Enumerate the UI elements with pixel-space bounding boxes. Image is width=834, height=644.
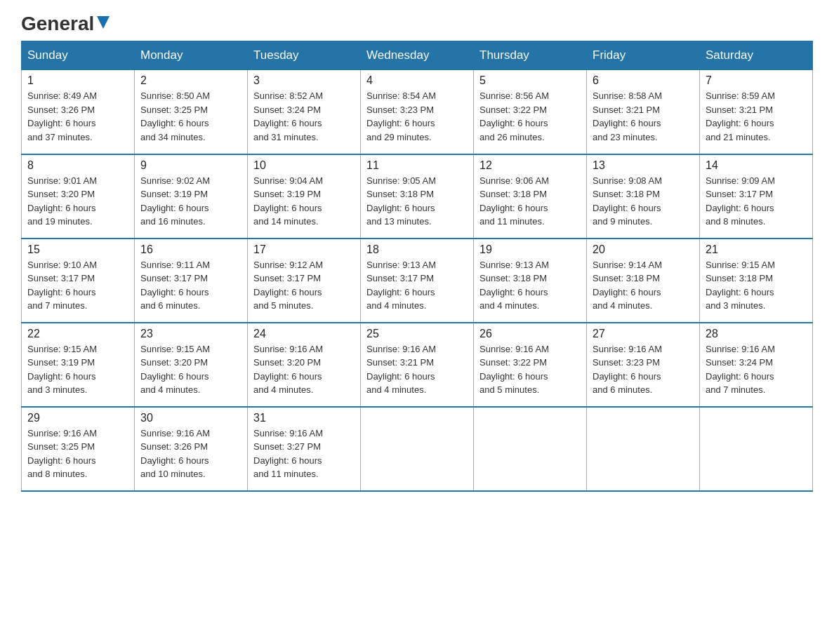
calendar-cell: 28Sunrise: 9:16 AM Sunset: 3:24 PM Dayli… [700, 323, 813, 407]
day-number: 23 [140, 328, 241, 340]
day-number: 29 [27, 412, 128, 424]
calendar-cell: 6Sunrise: 8:58 AM Sunset: 3:21 PM Daylig… [587, 70, 700, 154]
day-number: 9 [140, 159, 241, 172]
day-number: 11 [366, 159, 468, 172]
day-number: 30 [140, 412, 241, 424]
day-number: 31 [253, 412, 355, 424]
calendar-table: SundayMondayTuesdayWednesdayThursdayFrid… [21, 41, 813, 492]
day-info: Sunrise: 9:11 AM Sunset: 3:17 PM Dayligh… [140, 258, 241, 313]
calendar-cell: 17Sunrise: 9:12 AM Sunset: 3:17 PM Dayli… [248, 239, 361, 323]
calendar-cell: 10Sunrise: 9:04 AM Sunset: 3:19 PM Dayli… [248, 154, 361, 239]
day-info: Sunrise: 9:15 AM Sunset: 3:20 PM Dayligh… [140, 342, 241, 397]
day-number: 4 [366, 74, 468, 87]
day-number: 5 [479, 74, 581, 87]
day-header-thursday: Thursday [474, 41, 587, 70]
day-info: Sunrise: 9:16 AM Sunset: 3:25 PM Dayligh… [27, 427, 128, 481]
calendar-week-2: 8Sunrise: 9:01 AM Sunset: 3:20 PM Daylig… [22, 154, 813, 239]
day-header-sunday: Sunday [22, 41, 135, 70]
day-number: 19 [479, 243, 581, 256]
calendar-cell [587, 407, 700, 491]
calendar-cell [700, 407, 813, 491]
calendar-cell: 29Sunrise: 9:16 AM Sunset: 3:25 PM Dayli… [22, 407, 135, 491]
calendar-cell: 24Sunrise: 9:16 AM Sunset: 3:20 PM Dayli… [248, 323, 361, 407]
day-info: Sunrise: 8:56 AM Sunset: 3:22 PM Dayligh… [479, 89, 581, 144]
day-number: 27 [593, 328, 694, 340]
day-info: Sunrise: 9:04 AM Sunset: 3:19 PM Dayligh… [253, 174, 355, 229]
calendar-cell: 26Sunrise: 9:16 AM Sunset: 3:22 PM Dayli… [474, 323, 587, 407]
day-info: Sunrise: 8:49 AM Sunset: 3:26 PM Dayligh… [27, 89, 128, 144]
calendar-cell [361, 407, 474, 491]
day-info: Sunrise: 8:59 AM Sunset: 3:21 PM Dayligh… [706, 89, 807, 144]
calendar-cell: 31Sunrise: 9:16 AM Sunset: 3:27 PM Dayli… [248, 407, 361, 491]
day-info: Sunrise: 9:16 AM Sunset: 3:20 PM Dayligh… [253, 342, 355, 397]
day-info: Sunrise: 9:16 AM Sunset: 3:23 PM Dayligh… [593, 342, 694, 397]
calendar-cell: 12Sunrise: 9:06 AM Sunset: 3:18 PM Dayli… [474, 154, 587, 239]
day-info: Sunrise: 9:16 AM Sunset: 3:24 PM Dayligh… [706, 342, 807, 397]
svg-marker-0 [97, 16, 110, 29]
day-info: Sunrise: 9:16 AM Sunset: 3:21 PM Dayligh… [366, 342, 468, 397]
day-info: Sunrise: 9:15 AM Sunset: 3:19 PM Dayligh… [27, 342, 128, 397]
calendar-header: SundayMondayTuesdayWednesdayThursdayFrid… [22, 41, 813, 70]
calendar-cell: 5Sunrise: 8:56 AM Sunset: 3:22 PM Daylig… [474, 70, 587, 154]
day-info: Sunrise: 9:14 AM Sunset: 3:18 PM Dayligh… [593, 258, 694, 313]
calendar-cell: 18Sunrise: 9:13 AM Sunset: 3:17 PM Dayli… [361, 239, 474, 323]
calendar-body: 1Sunrise: 8:49 AM Sunset: 3:26 PM Daylig… [22, 70, 813, 491]
day-number: 6 [593, 74, 694, 87]
calendar-week-3: 15Sunrise: 9:10 AM Sunset: 3:17 PM Dayli… [22, 239, 813, 323]
day-number: 26 [479, 328, 581, 340]
calendar-cell: 1Sunrise: 8:49 AM Sunset: 3:26 PM Daylig… [22, 70, 135, 154]
calendar-cell: 7Sunrise: 8:59 AM Sunset: 3:21 PM Daylig… [700, 70, 813, 154]
day-number: 1 [27, 74, 128, 87]
day-info: Sunrise: 9:02 AM Sunset: 3:19 PM Dayligh… [140, 174, 241, 229]
day-header-row: SundayMondayTuesdayWednesdayThursdayFrid… [22, 41, 813, 70]
calendar-cell: 22Sunrise: 9:15 AM Sunset: 3:19 PM Dayli… [22, 323, 135, 407]
day-info: Sunrise: 8:54 AM Sunset: 3:23 PM Dayligh… [366, 89, 468, 144]
day-number: 20 [593, 243, 694, 256]
calendar-cell: 27Sunrise: 9:16 AM Sunset: 3:23 PM Dayli… [587, 323, 700, 407]
day-info: Sunrise: 9:16 AM Sunset: 3:22 PM Dayligh… [479, 342, 581, 397]
calendar-cell: 9Sunrise: 9:02 AM Sunset: 3:19 PM Daylig… [135, 154, 248, 239]
calendar-cell: 14Sunrise: 9:09 AM Sunset: 3:17 PM Dayli… [700, 154, 813, 239]
calendar-cell: 30Sunrise: 9:16 AM Sunset: 3:26 PM Dayli… [135, 407, 248, 491]
day-header-saturday: Saturday [700, 41, 813, 70]
day-info: Sunrise: 9:12 AM Sunset: 3:17 PM Dayligh… [253, 258, 355, 313]
day-number: 18 [366, 243, 468, 256]
day-number: 28 [706, 328, 807, 340]
day-header-friday: Friday [587, 41, 700, 70]
calendar-week-4: 22Sunrise: 9:15 AM Sunset: 3:19 PM Dayli… [22, 323, 813, 407]
calendar-week-5: 29Sunrise: 9:16 AM Sunset: 3:25 PM Dayli… [22, 407, 813, 491]
calendar-week-1: 1Sunrise: 8:49 AM Sunset: 3:26 PM Daylig… [22, 70, 813, 154]
calendar-cell: 4Sunrise: 8:54 AM Sunset: 3:23 PM Daylig… [361, 70, 474, 154]
day-number: 15 [27, 243, 128, 256]
day-number: 14 [706, 159, 807, 172]
calendar-cell: 11Sunrise: 9:05 AM Sunset: 3:18 PM Dayli… [361, 154, 474, 239]
calendar-cell: 25Sunrise: 9:16 AM Sunset: 3:21 PM Dayli… [361, 323, 474, 407]
day-number: 22 [27, 328, 128, 340]
day-number: 8 [27, 159, 128, 172]
day-info: Sunrise: 9:06 AM Sunset: 3:18 PM Dayligh… [479, 174, 581, 229]
calendar-cell [474, 407, 587, 491]
day-info: Sunrise: 9:16 AM Sunset: 3:26 PM Dayligh… [140, 427, 241, 481]
calendar-cell: 2Sunrise: 8:50 AM Sunset: 3:25 PM Daylig… [135, 70, 248, 154]
calendar-cell: 3Sunrise: 8:52 AM Sunset: 3:24 PM Daylig… [248, 70, 361, 154]
day-info: Sunrise: 9:13 AM Sunset: 3:18 PM Dayligh… [479, 258, 581, 313]
day-info: Sunrise: 9:01 AM Sunset: 3:20 PM Dayligh… [27, 174, 128, 229]
day-number: 3 [253, 74, 355, 87]
calendar-cell: 13Sunrise: 9:08 AM Sunset: 3:18 PM Dayli… [587, 154, 700, 239]
calendar-cell: 23Sunrise: 9:15 AM Sunset: 3:20 PM Dayli… [135, 323, 248, 407]
day-number: 2 [140, 74, 241, 87]
calendar-cell: 8Sunrise: 9:01 AM Sunset: 3:20 PM Daylig… [22, 154, 135, 239]
day-header-monday: Monday [135, 41, 248, 70]
day-number: 12 [479, 159, 581, 172]
logo-text-general: General [21, 14, 94, 34]
day-info: Sunrise: 8:52 AM Sunset: 3:24 PM Dayligh… [253, 89, 355, 144]
day-info: Sunrise: 9:08 AM Sunset: 3:18 PM Dayligh… [593, 174, 694, 229]
calendar-cell: 16Sunrise: 9:11 AM Sunset: 3:17 PM Dayli… [135, 239, 248, 323]
page-header: General [21, 14, 813, 34]
day-info: Sunrise: 9:16 AM Sunset: 3:27 PM Dayligh… [253, 427, 355, 481]
day-info: Sunrise: 9:09 AM Sunset: 3:17 PM Dayligh… [706, 174, 807, 229]
day-number: 7 [706, 74, 807, 87]
day-number: 24 [253, 328, 355, 340]
logo-arrow-icon [95, 15, 111, 30]
day-info: Sunrise: 9:13 AM Sunset: 3:17 PM Dayligh… [366, 258, 468, 313]
